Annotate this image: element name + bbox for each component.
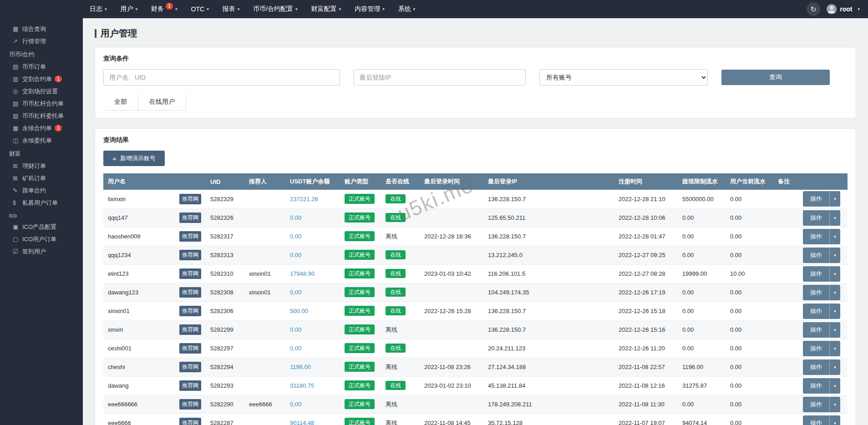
referrer-badge[interactable]: 推荐网 bbox=[179, 418, 201, 425]
balance-link[interactable]: 0.00 bbox=[290, 233, 301, 240]
referrer-badge[interactable]: 推荐网 bbox=[179, 362, 201, 372]
balance-link[interactable]: 0.00 bbox=[290, 401, 301, 408]
referrer-badge[interactable]: 推荐网 bbox=[179, 194, 201, 204]
topnav-item[interactable]: 系统▾ bbox=[391, 0, 422, 18]
topnav-item[interactable]: OTC▾ bbox=[184, 0, 216, 18]
referrer-badge[interactable]: 推荐网 bbox=[179, 212, 201, 223]
action-button[interactable]: 操作 bbox=[803, 248, 829, 263]
sidebar-item[interactable]: ▣ICO产品配置 bbox=[0, 221, 83, 233]
sidebar-item[interactable]: ▢ICO用户订单 bbox=[0, 233, 83, 245]
balance-link[interactable]: 0.00 bbox=[290, 289, 301, 296]
topnav-item[interactable]: 报表▾ bbox=[216, 0, 247, 18]
topnav-item[interactable]: 日志▾ bbox=[83, 0, 114, 18]
topnav-item[interactable]: 内容管理▾ bbox=[348, 0, 391, 18]
action-dropdown-button[interactable]: ▾ bbox=[829, 304, 840, 319]
last-login-ip-cell: 104.249.174.35 bbox=[483, 283, 614, 302]
sidebar-item[interactable]: ◎交割场控设置 bbox=[0, 85, 83, 97]
action-button[interactable]: 操作 bbox=[803, 229, 829, 244]
referrer-badge[interactable]: 推荐网 bbox=[179, 306, 201, 316]
balance-link[interactable]: 0.00 bbox=[290, 326, 301, 333]
sidebar-item[interactable]: ◫永续委托单 bbox=[0, 134, 83, 147]
referrer-badge[interactable]: 推荐网 bbox=[179, 268, 201, 279]
action-dropdown-button[interactable]: ▾ bbox=[829, 229, 840, 244]
balance-link[interactable]: 31180.75 bbox=[290, 382, 314, 389]
action-button[interactable]: 操作 bbox=[803, 341, 829, 356]
column-header: 是否在线 bbox=[381, 173, 420, 190]
action-dropdown-button[interactable]: ▾ bbox=[829, 378, 840, 394]
action-button-group: 操作▾ bbox=[803, 285, 840, 300]
balance-link[interactable]: 90114.48 bbox=[290, 420, 314, 425]
search-button[interactable]: 查询 bbox=[721, 70, 830, 85]
action-dropdown-button[interactable]: ▾ bbox=[829, 191, 840, 207]
action-button[interactable]: 操作 bbox=[803, 210, 829, 226]
referrer-badge[interactable]: 推荐网 bbox=[179, 380, 201, 391]
action-button[interactable]: 操作 bbox=[803, 266, 829, 282]
sidebar-item[interactable]: ⊞理财订单 bbox=[0, 160, 83, 172]
miner-icon: ⊠ bbox=[13, 175, 22, 182]
sidebar-item[interactable]: ✎跟单合约 bbox=[0, 184, 83, 197]
referrer-badge[interactable]: 推荐网 bbox=[179, 287, 201, 298]
balance-link[interactable]: 0.00 bbox=[290, 345, 301, 352]
tab-all[interactable]: 全部 bbox=[103, 94, 138, 110]
action-dropdown-button[interactable]: ▾ bbox=[829, 210, 840, 226]
referrer-badge[interactable]: 推荐网 bbox=[179, 324, 201, 335]
sidebar-item[interactable]: ▤币币订单 bbox=[0, 61, 83, 73]
user-menu[interactable]: root ▾ bbox=[827, 4, 860, 14]
last-login-ip-input[interactable] bbox=[354, 69, 526, 86]
action-dropdown-button[interactable]: ▾ bbox=[829, 248, 840, 263]
balance-link[interactable]: 237221.26 bbox=[290, 196, 318, 202]
referrer-badge[interactable]: 推荐网 bbox=[179, 250, 201, 260]
referrer-badge[interactable]: 推荐网 bbox=[179, 343, 201, 354]
register-time-cell: 2022-11-07 19:07 bbox=[614, 414, 678, 425]
sidebar-item[interactable]: ⊠矿机订单 bbox=[0, 172, 83, 184]
account-type-select[interactable]: 所有账号 bbox=[539, 69, 708, 86]
add-demo-account-button[interactable]: + 新增演示账号 bbox=[103, 151, 165, 166]
action-dropdown-button[interactable]: ▾ bbox=[829, 341, 840, 356]
referrer-badge[interactable]: 推荐网 bbox=[179, 231, 201, 242]
table-row: qqq1234推荐网52823130.00正式账号在线13.212.245.02… bbox=[103, 246, 848, 264]
sidebar-item[interactable]: ☑签到用户 bbox=[0, 245, 83, 258]
balance-link[interactable]: 1196.00 bbox=[290, 364, 311, 370]
balance-link[interactable]: 0.00 bbox=[290, 252, 301, 258]
referrer-cell bbox=[244, 227, 285, 246]
sidebar-item[interactable]: ▨币币杠杆委托单 bbox=[0, 110, 83, 122]
balance-link[interactable]: 0.00 bbox=[290, 214, 301, 221]
action-dropdown-button[interactable]: ▾ bbox=[829, 397, 840, 412]
action-button[interactable]: 操作 bbox=[803, 304, 829, 319]
username-text: eee666666 bbox=[108, 401, 137, 408]
topnav-item[interactable]: 币币/合约配置▾ bbox=[246, 0, 304, 18]
remark-cell bbox=[773, 283, 798, 302]
action-button[interactable]: 操作 bbox=[803, 378, 829, 394]
sidebar-item[interactable]: ▧币币杠杆合约单 bbox=[0, 97, 83, 110]
account-type-badge: 正式账号 bbox=[345, 194, 375, 204]
username-uid-input[interactable] bbox=[103, 69, 340, 86]
topnav-item[interactable]: 财富配置▾ bbox=[305, 0, 348, 18]
action-dropdown-button[interactable]: ▾ bbox=[829, 285, 840, 300]
sidebar-item[interactable]: ▦综合查询 bbox=[0, 23, 83, 35]
sidebar-item[interactable]: ▩永续合约单1 bbox=[0, 122, 83, 134]
topnav-item[interactable]: 用户▾ bbox=[114, 0, 145, 18]
action-button[interactable]: 操作 bbox=[803, 191, 829, 207]
sidebar-item[interactable]: $私募用户订单 bbox=[0, 197, 83, 209]
action-button[interactable]: 操作 bbox=[803, 415, 829, 425]
balance-link[interactable]: 500.00 bbox=[290, 308, 308, 314]
action-button[interactable]: 操作 bbox=[803, 285, 829, 300]
action-dropdown-button[interactable]: ▾ bbox=[829, 359, 840, 375]
action-dropdown-button[interactable]: ▾ bbox=[829, 415, 840, 425]
sidebar-item[interactable]: ▥交割合约单1 bbox=[0, 73, 83, 85]
refresh-button[interactable]: ↻ bbox=[807, 2, 820, 16]
topnav-item[interactable]: 财务1▾ bbox=[144, 0, 184, 18]
action-button[interactable]: 操作 bbox=[803, 359, 829, 375]
tab-online-users[interactable]: 在线用户 bbox=[138, 94, 186, 110]
action-dropdown-button[interactable]: ▾ bbox=[829, 322, 840, 338]
action-button[interactable]: 操作 bbox=[803, 397, 829, 412]
sidebar-item[interactable]: ↗行情管理 bbox=[0, 35, 83, 47]
last-login-time-cell bbox=[420, 246, 483, 264]
action-dropdown-button[interactable]: ▾ bbox=[829, 266, 840, 282]
action-button[interactable]: 操作 bbox=[803, 322, 829, 338]
balance-link[interactable]: 17948.90 bbox=[290, 270, 315, 277]
uid-cell: 5282317 bbox=[206, 227, 244, 246]
sidebar-item-label: ICO产品配置 bbox=[22, 223, 56, 231]
referrer-badge[interactable]: 推荐网 bbox=[179, 399, 201, 410]
page-title: 用户管理 bbox=[101, 27, 137, 40]
